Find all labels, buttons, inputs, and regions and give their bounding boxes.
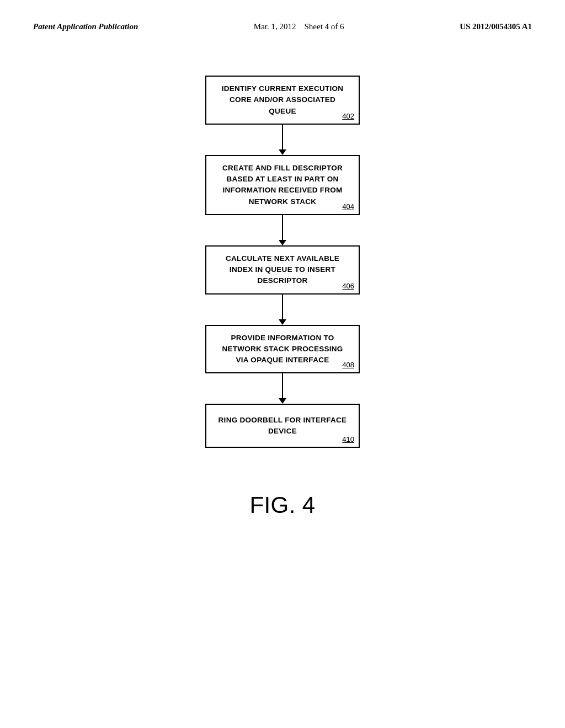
header-date: Mar. 1, 2012 xyxy=(254,22,296,31)
arrow-head-1 xyxy=(279,149,286,155)
header-patent-number: US 2012/0054305 A1 xyxy=(460,22,532,31)
arrow-1 xyxy=(279,125,286,155)
arrow-4 xyxy=(279,373,286,404)
flow-label-402: 402 xyxy=(342,112,354,120)
arrow-line-2 xyxy=(282,215,283,240)
flow-label-406: 406 xyxy=(342,282,354,290)
flow-box-410-text: RING DOORBELL FOR INTERFACE DEVICE xyxy=(206,408,359,444)
arrow-line-3 xyxy=(282,295,283,319)
flow-label-408: 408 xyxy=(342,361,354,369)
arrow-head-2 xyxy=(279,240,286,245)
flow-box-402: IDENTIFY CURRENT EXECUTION CORE AND/OR A… xyxy=(205,76,360,125)
flow-box-402-text: IDENTIFY CURRENT EXECUTION CORE AND/OR A… xyxy=(206,77,359,124)
header-sheet: Sheet 4 of 6 xyxy=(305,22,344,31)
flowchart: IDENTIFY CURRENT EXECUTION CORE AND/OR A… xyxy=(205,76,360,448)
arrow-line-4 xyxy=(282,373,283,398)
arrow-2 xyxy=(279,215,286,245)
flow-box-408-text: PROVIDE INFORMATION TO NETWORK STACK PRO… xyxy=(206,326,359,373)
header-publication-label: Patent Application Publication xyxy=(33,22,138,31)
main-content: IDENTIFY CURRENT EXECUTION CORE AND/OR A… xyxy=(0,31,565,518)
figure-caption: FIG. 4 xyxy=(249,492,315,518)
flow-box-408: PROVIDE INFORMATION TO NETWORK STACK PRO… xyxy=(205,325,360,374)
flow-box-404: CREATE AND FILL DESCRIPTOR BASED AT LEAS… xyxy=(205,155,360,215)
flow-box-406: CALCULATE NEXT AVAILABLE INDEX IN QUEUE … xyxy=(205,245,360,295)
flow-label-404: 404 xyxy=(342,202,354,211)
arrow-line-1 xyxy=(282,125,283,149)
flow-box-406-text: CALCULATE NEXT AVAILABLE INDEX IN QUEUE … xyxy=(206,247,359,293)
flow-label-410: 410 xyxy=(342,435,354,443)
arrow-head-3 xyxy=(279,319,286,325)
header-date-sheet: Mar. 1, 2012 Sheet 4 of 6 xyxy=(254,22,344,31)
page-header: Patent Application Publication Mar. 1, 2… xyxy=(0,0,565,31)
arrow-head-4 xyxy=(279,398,286,404)
flow-box-410: RING DOORBELL FOR INTERFACE DEVICE 410 xyxy=(205,404,360,448)
flow-box-404-text: CREATE AND FILL DESCRIPTOR BASED AT LEAS… xyxy=(206,156,359,214)
arrow-3 xyxy=(279,295,286,325)
